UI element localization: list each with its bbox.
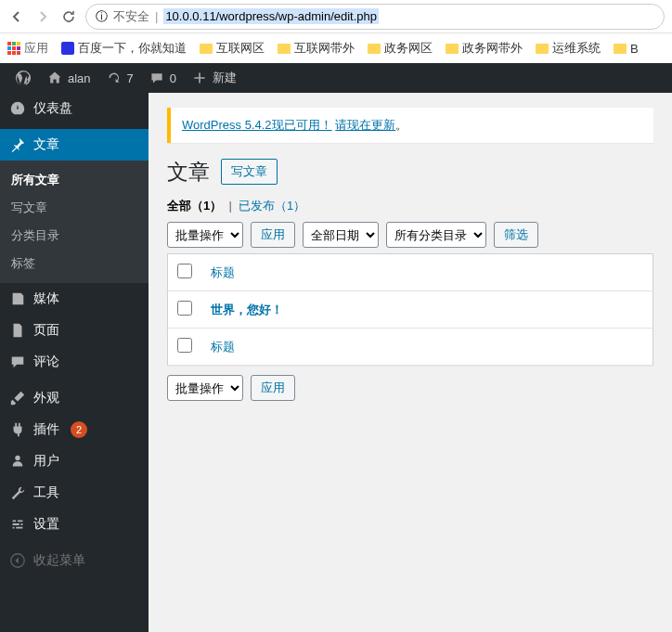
folder-icon [200, 44, 213, 54]
select-all-top[interactable] [177, 264, 192, 278]
menu-media[interactable]: 媒体 [0, 283, 149, 315]
dashboard-icon [9, 100, 26, 117]
plus-icon [191, 70, 208, 86]
category-filter-select[interactable]: 所有分类目录 [386, 222, 486, 248]
menu-collapse[interactable]: 收起菜单 [0, 545, 149, 576]
bookmark-baidu[interactable]: 百度一下，你就知道 [61, 40, 187, 57]
folder-icon [278, 44, 291, 54]
browser-toolbar: ⓘ 不安全 | 10.0.0.11/wordpress/wp-admin/edi… [0, 0, 672, 33]
date-filter-select[interactable]: 全部日期 [303, 222, 379, 248]
bulk-action-select[interactable]: 批量操作 [167, 222, 243, 248]
tablenav-bottom: 批量操作 应用 [167, 375, 653, 401]
menu-comments[interactable]: 评论 [0, 346, 149, 378]
col-title-header[interactable]: 标题 [211, 265, 235, 279]
brush-icon [9, 390, 26, 406]
submenu-posts: 所有文章 写文章 分类目录 标签 [0, 161, 149, 283]
posts-table: 标题 世界，您好！ 标题 [167, 253, 653, 366]
baidu-icon [61, 42, 74, 55]
media-icon [9, 290, 26, 307]
comment-icon [9, 354, 26, 370]
wordpress-icon [15, 70, 32, 86]
menu-plugins[interactable]: 插件2 [0, 414, 149, 445]
update-now-link[interactable]: 请现在更新 [335, 118, 395, 132]
bookmark-folder[interactable]: 互联网区 [200, 40, 265, 57]
info-icon: ⓘ [96, 8, 108, 25]
menu-users[interactable]: 用户 [0, 445, 149, 477]
apps-icon [7, 42, 20, 55]
menu-dashboard[interactable]: 仪表盘 [0, 93, 149, 124]
wp-admin-bar: alan 7 0 新建 [0, 63, 672, 93]
page-title: 文章 [167, 158, 210, 187]
page-icon [9, 322, 26, 339]
bookmark-folder[interactable]: 政务网区 [368, 40, 433, 57]
sub-tags[interactable]: 标签 [0, 250, 149, 277]
menu-tools[interactable]: 工具 [0, 477, 149, 509]
filter-published[interactable]: 已发布（1） [239, 199, 305, 213]
comments-link[interactable]: 0 [141, 70, 184, 86]
home-icon [46, 70, 63, 86]
bookmark-folder[interactable]: 运维系统 [536, 40, 601, 57]
folder-icon [446, 44, 459, 54]
tablenav-top: 批量操作 应用 全部日期 所有分类目录 筛选 [167, 222, 653, 248]
wrench-icon [9, 484, 26, 501]
plugin-icon [9, 421, 26, 438]
bookmark-folder[interactable]: 互联网带外 [278, 40, 355, 57]
bookmark-folder[interactable]: B [614, 42, 639, 56]
bookmark-folder[interactable]: 政务网带外 [446, 40, 523, 57]
main-content: WordPress 5.4.2现已可用！ 请现在更新。 文章 写文章 全部（1）… [149, 63, 672, 632]
settings-icon [9, 516, 26, 533]
sub-categories[interactable]: 分类目录 [0, 222, 149, 250]
wp-version-link[interactable]: WordPress 5.4.2现已可用！ [182, 118, 332, 132]
col-title-footer[interactable]: 标题 [211, 340, 235, 354]
filter-all[interactable]: 全部（1） [167, 199, 222, 213]
url-text: 10.0.0.11/wordpress/wp-admin/edit.php [163, 8, 379, 24]
menu-appearance[interactable]: 外观 [0, 382, 149, 414]
admin-sidebar: 仪表盘 文章 所有文章 写文章 分类目录 标签 媒体 页面 评论 外观 插件2 … [0, 63, 149, 632]
wp-logo[interactable] [7, 70, 39, 86]
post-title-link[interactable]: 世界，您好！ [211, 303, 283, 316]
forward-button[interactable] [33, 7, 52, 26]
collapse-icon [9, 552, 26, 569]
select-all-bottom[interactable] [177, 338, 192, 353]
new-content[interactable]: 新建 [184, 70, 244, 86]
sub-new-post[interactable]: 写文章 [0, 194, 149, 222]
comment-icon [149, 70, 165, 86]
address-bar[interactable]: ⓘ 不安全 | 10.0.0.11/wordpress/wp-admin/edi… [85, 4, 665, 30]
folder-icon [536, 44, 549, 54]
filter-button[interactable]: 筛选 [494, 222, 538, 248]
status-filters: 全部（1） | 已发布（1） [167, 198, 653, 214]
bookmarks-bar: 应用 百度一下，你就知道 互联网区 互联网带外 政务网区 政务网带外 运维系统 … [0, 33, 672, 63]
folder-icon [614, 44, 627, 54]
apps-shortcut[interactable]: 应用 [7, 40, 48, 57]
add-new-button[interactable]: 写文章 [221, 159, 278, 185]
sub-all-posts[interactable]: 所有文章 [0, 166, 149, 194]
menu-settings[interactable]: 设置 [0, 509, 149, 540]
insecure-label: 不安全 [113, 8, 149, 25]
plugin-count-badge: 2 [71, 421, 87, 438]
update-notice: WordPress 5.4.2现已可用！ 请现在更新。 [167, 108, 653, 143]
site-name[interactable]: alan [39, 70, 98, 86]
updates-link[interactable]: 7 [98, 70, 141, 86]
table-row: 世界，您好！ [168, 291, 653, 329]
reload-button[interactable] [59, 7, 78, 26]
user-icon [9, 453, 26, 470]
folder-icon [368, 44, 381, 54]
bulk-action-select-bottom[interactable]: 批量操作 [167, 375, 243, 401]
menu-posts[interactable]: 文章 [0, 129, 149, 161]
apply-button-bottom[interactable]: 应用 [251, 375, 295, 401]
apply-button[interactable]: 应用 [251, 222, 295, 248]
menu-pages[interactable]: 页面 [0, 315, 149, 346]
update-icon [106, 70, 123, 86]
pin-icon [9, 136, 26, 153]
back-button[interactable] [7, 7, 26, 26]
row-checkbox[interactable] [177, 301, 192, 316]
